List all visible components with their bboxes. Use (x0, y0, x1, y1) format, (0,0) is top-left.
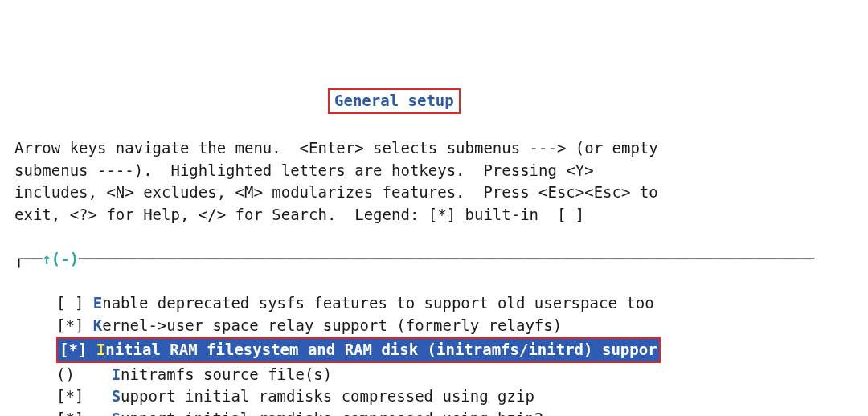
menu-item-hotkey: S (112, 387, 121, 405)
menu-item-marker: [ ] (56, 294, 84, 312)
help-text: Arrow keys navigate the menu. <Enter> se… (0, 136, 868, 226)
menu-item-text: nitial RAM filesystem and RAM disk (init… (105, 341, 657, 358)
page-title: General setup (328, 88, 461, 114)
menu-item[interactable]: [*] Support initial ramdisks compressed … (56, 408, 868, 416)
box-top: ┌──↑(-)─────────────────────────────────… (0, 248, 868, 271)
menu-item-hotkey: S (112, 410, 121, 416)
menu-item[interactable]: [*] Support initial ramdisks compressed … (56, 385, 868, 408)
menu-item-text: ernel->user space relay support (formerl… (102, 316, 562, 334)
menu-item[interactable]: () Initramfs source file(s) (56, 364, 868, 386)
scroll-up-indicator: ↑(-) (42, 250, 79, 267)
menu-item-marker: [*] (56, 387, 84, 405)
menu-item-hotkey: E (93, 294, 102, 312)
menu-item-text: nable deprecated sysfs features to suppo… (102, 294, 653, 312)
menu-item-marker: [*] (59, 341, 87, 358)
menu-item-marker: () (56, 365, 75, 383)
menu-item-marker: [*] (56, 316, 84, 334)
menu-item[interactable]: [*] Initial RAM filesystem and RAM disk … (56, 336, 868, 364)
menu-item-text: nitramfs source file(s) (121, 365, 332, 383)
menu-item-hotkey: I (112, 365, 121, 383)
menu-item-text: upport initial ramdisks compressed using… (121, 387, 534, 405)
menu-item-text: upport initial ramdisks compressed using… (121, 410, 543, 416)
menu-item[interactable]: [*] Kernel->user space relay support (fo… (56, 315, 868, 337)
menu-item-hotkey: I (96, 341, 105, 358)
menu-item-hotkey: K (93, 316, 102, 334)
menu-list[interactable]: [ ] Enable deprecated sysfs features to … (0, 292, 868, 416)
menu-item-marker: [*] (56, 410, 84, 416)
menu-item[interactable]: [ ] Enable deprecated sysfs features to … (56, 292, 868, 315)
